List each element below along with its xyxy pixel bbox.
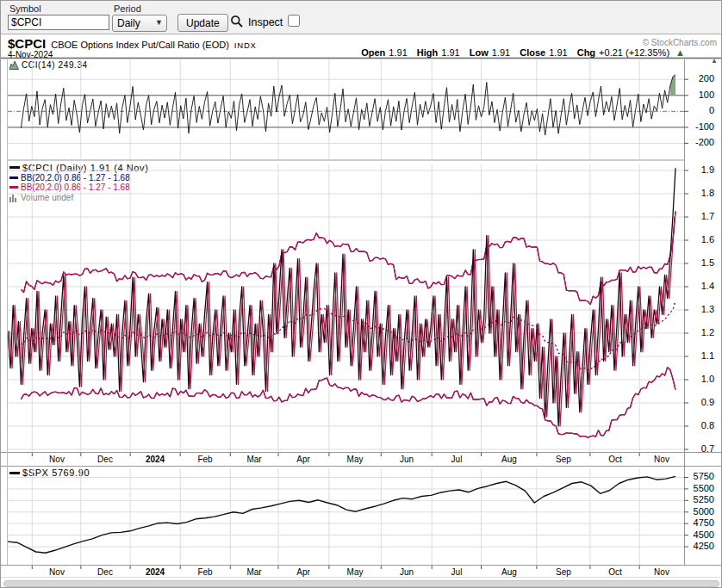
chg-up-icon: ▲ [675, 47, 685, 58]
month-label: Nov [49, 567, 65, 577]
chart-exchange: INDX [234, 40, 257, 50]
area-chart-icon [9, 60, 19, 70]
cpci-price-line-red [9, 217, 675, 426]
price-y-axis-label: 1.6 [685, 234, 714, 244]
month-label: Oct [608, 455, 622, 464]
high-value: 1.91 [441, 47, 459, 58]
month-label: Dec [97, 567, 113, 577]
cci-line [21, 75, 675, 135]
bb-upper-blue [21, 212, 675, 305]
symbol-input[interactable] [8, 15, 109, 30]
bb-upper-red [21, 212, 675, 305]
chart-canvas [1, 1, 722, 588]
month-label: Jun [400, 567, 414, 577]
month-label: Jul [451, 455, 463, 464]
chg-label: Chg [577, 47, 595, 58]
month-label: 2024 [146, 455, 165, 464]
horizontal-scrollbar[interactable] [3, 580, 719, 587]
cpci-legend-label: $CPCI (Daily) 1.91 (4 Nov) [22, 163, 148, 173]
symbol-label: Symbol [9, 3, 41, 14]
cci-overbought-fill [670, 75, 675, 96]
price-y-axis-label: 1.2 [685, 327, 714, 337]
price-y-axis-label: 1.5 [685, 257, 714, 268]
price-y-axis-label: 1.9 [685, 164, 714, 175]
month-label: Aug [501, 455, 517, 464]
spx-y-axis-label: 5000 [685, 506, 714, 517]
cci-y-axis-label: 200 [685, 73, 714, 84]
month-label: 2024 [146, 567, 165, 577]
spx-y-axis-label: 5500 [685, 483, 714, 493]
price-y-axis-label: 1.1 [685, 350, 714, 361]
low-value: 1.91 [492, 47, 510, 58]
price-y-axis-label: 1.0 [685, 374, 714, 384]
cci-y-axis-label: -100 [685, 121, 714, 132]
spx-y-axis-label: 5250 [685, 494, 714, 504]
spx-legend: $SPX 5769.90 [9, 467, 90, 478]
update-button[interactable]: Update [177, 14, 228, 32]
bb-mid-red [21, 300, 675, 370]
search-icon[interactable] [230, 15, 244, 28]
month-label: Feb [197, 567, 212, 577]
bb-mid-blue [21, 300, 675, 370]
month-label: Jun [400, 455, 414, 464]
volume-legend-label: Volume undef [21, 193, 73, 202]
inspect-label: Inspect [248, 16, 283, 28]
cci-y-axis-label: -200 [685, 137, 714, 147]
chart-symbol: $CPCI [8, 36, 46, 51]
stockcharts-page: Symbol Period Daily ▼ Update Inspect $CP… [0, 0, 722, 588]
month-label: Nov [49, 455, 65, 464]
month-label: May [347, 455, 364, 464]
price-y-axis-label: 0.7 [685, 443, 714, 454]
month-label: Aug [501, 567, 517, 577]
axis-scroll-up-icon: ▲ [711, 57, 718, 65]
cci-legend-label: CCI(14) 249.34 [22, 60, 88, 70]
month-label: Mar [246, 567, 261, 577]
bb-lower-blue [21, 368, 675, 438]
month-label: Nov [654, 455, 669, 464]
cpci-series-marker [9, 166, 20, 169]
period-select[interactable]: Daily [112, 15, 167, 32]
price-y-axis-label: 1.8 [685, 188, 714, 198]
month-label: Oct [608, 567, 622, 577]
spx-y-axis-label: 4750 [685, 517, 714, 528]
chart-title-row: $CPCI CBOE Options Index Put/Call Ratio … [8, 36, 257, 51]
month-label: Apr [296, 455, 310, 464]
spx-y-axis-label: 4500 [685, 529, 714, 540]
spx-y-axis-label: 4250 [685, 541, 714, 551]
open-value: 1.91 [389, 47, 407, 58]
chg-value: +0.21 (+12.35%) [599, 47, 669, 58]
month-label: Apr [296, 567, 310, 577]
spx-line [8, 476, 675, 553]
cci-y-axis-label: 100 [685, 90, 714, 100]
month-label: Dec [97, 455, 113, 464]
month-label: Mar [246, 455, 261, 464]
bb-lower-red [21, 368, 675, 438]
month-label: Sep [556, 567, 571, 577]
low-label: Low [470, 47, 489, 58]
month-label: Nov [654, 567, 669, 577]
price-y-axis-label: 0.8 [685, 420, 714, 430]
open-label: Open [361, 47, 385, 58]
quote-row: Open1.91 High1.91 Low1.91 Close1.91 Chg+… [361, 47, 685, 58]
price-y-axis-label: 1.7 [685, 211, 714, 221]
high-label: High [417, 47, 438, 58]
period-label: Period [114, 3, 141, 14]
cpci-price-line [8, 168, 675, 426]
main-panel-legend: $CPCI (Daily) 1.91 (4 Nov) BB(20,2.0) 0.… [9, 162, 148, 203]
spx-legend-label: $SPX 5769.90 [22, 467, 90, 478]
toolbar: Symbol Period Daily ▼ Update Inspect [1, 1, 721, 34]
month-label: Feb [197, 455, 212, 464]
chart-title: CBOE Options Index Put/Call Ratio (EOD) [51, 40, 229, 50]
close-value: 1.91 [549, 47, 567, 58]
cci-legend: CCI(14) 249.34 [9, 60, 88, 70]
volume-bars-icon [9, 194, 18, 202]
inspect-checkbox[interactable] [288, 15, 300, 27]
bb-red-legend-label: BB(20,2.0) 0.86 - 1.27 - 1.68 [21, 183, 130, 192]
spx-y-axis-label: 5750 [685, 471, 714, 481]
close-label: Close [520, 47, 545, 58]
cci-y-axis-label: 0 [685, 105, 714, 115]
price-y-axis-label: 1.3 [685, 304, 714, 314]
month-label: Jul [451, 567, 463, 577]
month-label: Sep [556, 455, 571, 464]
price-y-axis-label: 1.4 [685, 281, 714, 291]
